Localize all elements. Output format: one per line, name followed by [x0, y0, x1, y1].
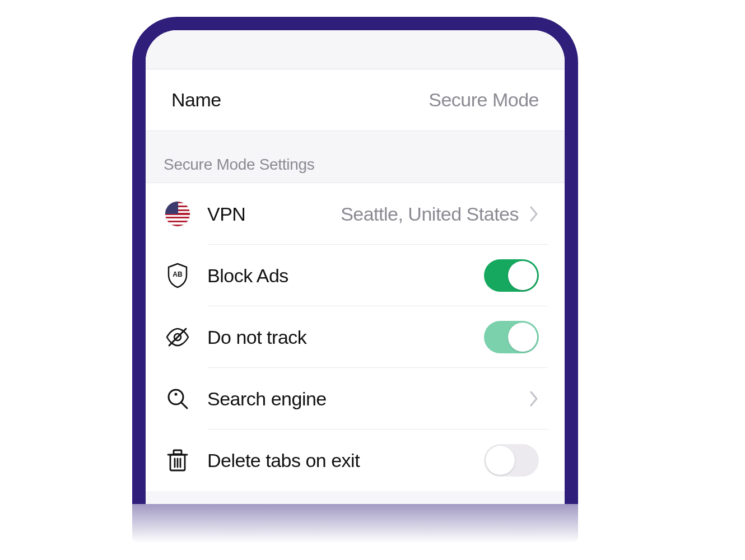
delete-tabs-toggle[interactable] [484, 444, 539, 477]
block-ads-label: Block Ads [207, 265, 288, 287]
vpn-value: Seattle, United States [341, 203, 519, 225]
do-not-track-row: Do not track [146, 306, 565, 368]
name-label: Name [171, 89, 221, 111]
svg-point-4 [175, 393, 178, 396]
search-icon [164, 385, 192, 413]
name-row[interactable]: Name Secure Mode [146, 69, 565, 131]
chevron-right-icon [530, 391, 539, 407]
vpn-label: VPN [207, 203, 245, 225]
delete-tabs-label: Delete tabs on exit [207, 450, 360, 472]
shield-ab-icon: AB [164, 262, 192, 290]
do-not-track-toggle[interactable] [484, 321, 539, 353]
do-not-track-label: Do not track [207, 326, 306, 348]
reflection-gradient [132, 504, 578, 543]
us-flag-icon [164, 200, 192, 228]
block-ads-toggle[interactable] [484, 259, 539, 292]
block-ads-row: AB Block Ads [146, 245, 565, 306]
vpn-row[interactable]: VPN Seattle, United States [146, 183, 565, 245]
svg-text:AB: AB [173, 270, 183, 278]
section-header: Secure Mode Settings [146, 131, 565, 183]
search-engine-row[interactable]: Search engine [146, 368, 565, 430]
svg-rect-8 [174, 450, 181, 454]
settings-list: VPN Seattle, United States AB Block Ads [146, 183, 565, 491]
delete-tabs-row: Delete tabs on exit [146, 430, 565, 491]
trash-icon [164, 446, 192, 474]
search-engine-label: Search engine [207, 388, 327, 410]
svg-line-5 [181, 403, 187, 408]
phone-frame: Name Secure Mode Secure Mode Settings VP… [132, 17, 578, 504]
eye-slash-icon [164, 323, 192, 351]
chevron-right-icon [530, 206, 539, 222]
status-bar-area [146, 30, 565, 69]
name-value: Secure Mode [429, 89, 539, 111]
settings-screen: Name Secure Mode Secure Mode Settings VP… [146, 30, 565, 504]
